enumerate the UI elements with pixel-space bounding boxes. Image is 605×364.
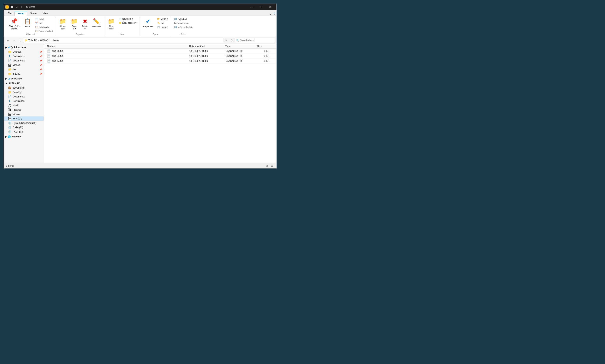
table-row[interactable]: 📄 abc (5).txt 13/12/2020 16:00 Text Sour… bbox=[44, 59, 276, 64]
sidebar-item-desktop-pc[interactable]: 📁 Desktop bbox=[4, 90, 44, 94]
select-group-label: Select bbox=[181, 33, 186, 35]
new-small-buttons: 📄 New item ▾ ⭐ Easy access ▾ bbox=[117, 17, 138, 25]
move-to-button[interactable]: 📁 Moveto ▾ bbox=[57, 17, 68, 31]
minimize-button[interactable]: — bbox=[247, 4, 256, 10]
col-header-size[interactable]: Size bbox=[257, 45, 273, 48]
copy-path-label: Copy path bbox=[39, 26, 49, 28]
open-group-label: Open bbox=[153, 33, 158, 35]
table-row[interactable]: 📄 abc (4).txt 13/12/2020 16:00 Text Sour… bbox=[44, 54, 276, 59]
sidebar-item-fast-f[interactable]: 💿 FAST (F:) bbox=[4, 130, 44, 134]
maximize-button[interactable]: □ bbox=[256, 4, 266, 10]
open-icon: 📂 bbox=[157, 18, 160, 20]
view-details-button[interactable]: ⊞ bbox=[265, 164, 269, 168]
sidebar-item-ipavlov[interactable]: 📁 ipavlov 📌 bbox=[4, 72, 44, 76]
sidebar-item-dev[interactable]: 📁 dev 📌 bbox=[4, 67, 44, 72]
invert-selection-button[interactable]: 🔄 Invert selection bbox=[173, 25, 194, 29]
rename-icon: ✏️ bbox=[93, 18, 100, 25]
new-folder-label: Newfolder bbox=[109, 25, 114, 30]
path-win-c[interactable]: WIN (C:) bbox=[40, 39, 50, 42]
address-path[interactable]: 📁 This PC › WIN (C:) › demo bbox=[23, 38, 223, 43]
tab-share[interactable]: Share bbox=[27, 11, 40, 16]
select-all-button[interactable]: ☑️ Select all bbox=[173, 17, 194, 21]
delete-icon: ✖ bbox=[83, 18, 87, 25]
qs-btn-2[interactable]: ↩ bbox=[15, 5, 19, 9]
this-pc-header[interactable]: ▼ 🖥 This PC bbox=[4, 81, 44, 86]
select-all-label: Select all bbox=[178, 18, 187, 20]
file-size: 0 KB bbox=[257, 55, 273, 57]
title-path: C:\demo bbox=[26, 6, 35, 8]
tab-home[interactable]: Home bbox=[14, 11, 27, 16]
tab-view[interactable]: View bbox=[40, 11, 51, 16]
file-date: 13/12/2020 16:00 bbox=[189, 55, 225, 57]
col-header-date[interactable]: Date modified bbox=[189, 45, 225, 48]
sidebar-item-videos-pc[interactable]: 🎬 Videos bbox=[4, 112, 44, 117]
sidebar-item-data-e[interactable]: 💿 DATA (E:) bbox=[4, 125, 44, 130]
up-button[interactable]: ↑ bbox=[18, 38, 22, 43]
sidebar-item-win-c[interactable]: 💾 WIN (C:) bbox=[4, 117, 44, 121]
ribbon-tabs: File Home Share View ▲ ? bbox=[4, 10, 276, 16]
forward-button[interactable]: → bbox=[12, 38, 17, 43]
sidebar-item-documents-qa[interactable]: 📄 Documents 📌 bbox=[4, 58, 44, 63]
path-this-pc[interactable]: This PC bbox=[28, 39, 37, 42]
sidebar-item-music[interactable]: 🎵 Music bbox=[4, 103, 44, 108]
copy-path-button[interactable]: 📋 Copy path bbox=[34, 25, 54, 29]
open-button[interactable]: 📂 Open ▾ bbox=[156, 17, 169, 21]
rename-button[interactable]: ✏️ Rename bbox=[91, 17, 103, 29]
select-all-icon: ☑️ bbox=[174, 18, 177, 20]
sidebar-item-videos-qa[interactable]: 🎬 Videos 📌 bbox=[4, 63, 44, 67]
paste-button[interactable]: 📋 Paste bbox=[22, 17, 33, 29]
help-button[interactable]: ? bbox=[273, 12, 276, 16]
new-item-label: New item ▾ bbox=[122, 18, 133, 20]
network-header[interactable]: ▶ 🌐 Network bbox=[4, 134, 44, 139]
history-button[interactable]: 🕐 History bbox=[156, 25, 169, 29]
new-item-button[interactable]: 📄 New item ▾ bbox=[117, 17, 138, 21]
qs-dropdown[interactable]: ▼ bbox=[20, 5, 24, 9]
paste-shortcut-button[interactable]: 📋 Paste shortcut bbox=[34, 29, 54, 33]
copy-icon: 📄 bbox=[35, 18, 38, 20]
invert-icon: 🔄 bbox=[174, 26, 177, 28]
pin-icon-ipavlov: 📌 bbox=[40, 73, 42, 75]
cut-icon: ✂️ bbox=[35, 22, 38, 24]
ribbon-expand[interactable]: ▲ bbox=[269, 13, 272, 16]
path-demo[interactable]: demo bbox=[53, 39, 59, 42]
fast-f-icon: 💿 bbox=[8, 130, 12, 133]
file-date: 13/12/2020 16:00 bbox=[189, 60, 225, 63]
select-none-button[interactable]: ☐ Select none bbox=[173, 21, 194, 25]
copy-to-button[interactable]: 📁 Copyto ▾ bbox=[69, 17, 79, 31]
new-folder-button[interactable]: 📁 Newfolder bbox=[106, 17, 117, 31]
data-e-icon: 💿 bbox=[8, 126, 12, 129]
col-header-type[interactable]: Type bbox=[225, 45, 257, 48]
sidebar-item-pictures[interactable]: 🖼 Pictures bbox=[4, 108, 44, 112]
sidebar-item-desktop-qa[interactable]: 📁 Desktop 📌 bbox=[4, 50, 44, 54]
tab-file[interactable]: File bbox=[5, 11, 14, 16]
properties-button[interactable]: ✔ Properties bbox=[141, 17, 155, 29]
sidebar-item-downloads-pc[interactable]: ⬇ Downloads bbox=[4, 99, 44, 103]
refresh-button[interactable]: ↻ bbox=[229, 38, 234, 43]
sidebar-item-downloads-qa[interactable]: ⬇ Downloads 📌 bbox=[4, 54, 44, 58]
ribbon: 📌 Pin to Quickaccess 📋 Paste 📄 Copy ✂️ bbox=[4, 16, 276, 37]
copy-button[interactable]: 📄 Copy bbox=[34, 17, 54, 21]
close-button[interactable]: ✕ bbox=[266, 4, 275, 10]
col-header-name[interactable]: Name ▲ bbox=[47, 45, 189, 48]
delete-label: Delete ▾ bbox=[82, 25, 88, 30]
quick-access-header[interactable]: ▶ ★ Quick access bbox=[4, 45, 44, 50]
status-bar: 3 items ⊞ ☰ bbox=[4, 163, 276, 168]
fast-f-label: FAST (F:) bbox=[13, 130, 23, 133]
ribbon-group-organize: 📁 Moveto ▾ 📁 Copyto ▾ ✖ Delete ▾ ✏️ Rena… bbox=[56, 17, 104, 36]
onedrive-header[interactable]: ▶ ☁ OneDrive bbox=[4, 77, 44, 81]
cut-button[interactable]: ✂️ Cut bbox=[34, 21, 54, 25]
history-icon: 🕐 bbox=[157, 26, 160, 28]
pin-to-quick-access-button[interactable]: 📌 Pin to Quickaccess bbox=[7, 17, 21, 31]
sidebar-item-system-reserved[interactable]: 💿 System Reserved (D:) bbox=[4, 121, 44, 125]
delete-button[interactable]: ✖ Delete ▾ bbox=[80, 17, 90, 31]
view-list-button[interactable]: ☰ bbox=[270, 164, 274, 168]
qs-btn-1[interactable]: ⬜ bbox=[9, 5, 14, 9]
address-dropdown-button[interactable]: ▼ bbox=[224, 39, 228, 42]
search-input[interactable] bbox=[240, 39, 274, 42]
sidebar-item-3d-objects[interactable]: 📦 3D Objects bbox=[4, 86, 44, 90]
back-button[interactable]: ← bbox=[5, 38, 11, 43]
sidebar-item-documents-pc[interactable]: 📄 Documents bbox=[4, 94, 44, 99]
easy-access-button[interactable]: ⭐ Easy access ▾ bbox=[117, 21, 138, 25]
table-row[interactable]: 📄 abc (3).txt 13/12/2020 16:00 Text Sour… bbox=[44, 49, 276, 54]
edit-button[interactable]: ✏️ Edit bbox=[156, 21, 169, 25]
